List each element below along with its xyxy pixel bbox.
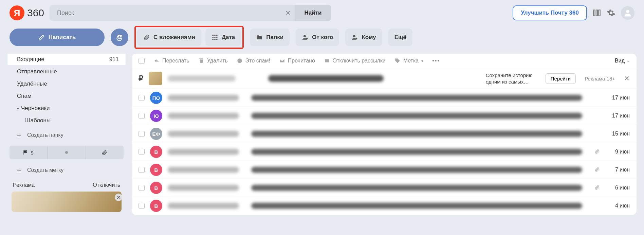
filter-date[interactable]: Дата [205,29,241,46]
folder-deleted[interactable]: Удалённые [7,78,126,90]
svg-rect-4 [212,35,213,36]
mail-actions: Переслать Удалить Это спам! Прочитано От… [132,54,637,68]
filter-attachments[interactable]: С вложениями [137,29,201,46]
view-label: Вид [615,58,625,64]
promo-text: Сохраните историю одним из самых… [486,72,540,85]
message-row[interactable]: Ю 17 июн [132,107,637,125]
sidebar-ad-image[interactable]: ✕ [12,192,122,212]
tab-flag[interactable]: 9 [10,146,47,159]
subject-blurred [251,167,582,173]
grid-icon [211,34,218,41]
action-delete-label: Удалить [207,58,228,64]
action-delete[interactable]: Удалить [198,58,228,64]
sender-blurred [168,113,239,119]
gear-icon[interactable] [607,8,615,17]
message-checkbox[interactable] [139,131,145,137]
message-row[interactable]: ЕФ 15 июн [132,125,637,143]
action-label-text: Метка [403,58,419,64]
ruble-icon: ₽ [139,74,143,83]
message-date: 7 июн [606,167,630,173]
message-checkbox[interactable] [139,95,145,101]
svg-rect-6 [216,35,217,36]
select-all-checkbox[interactable] [139,58,145,64]
paperclip-icon [143,34,150,41]
sidebar-tabs: 9 [10,146,124,159]
message-checkbox[interactable] [139,167,145,173]
action-unsubscribe[interactable]: Отключить рассылки [324,58,386,64]
create-folder[interactable]: ＋ Создать папку [7,127,126,143]
avatar[interactable] [621,6,634,20]
svg-rect-7 [212,37,213,38]
message-date: 9 июн [606,149,630,155]
promo-goto-button[interactable]: Перейти [546,73,576,84]
refresh-icon [116,34,123,41]
compose-icon [38,34,45,41]
folder-icon [256,34,263,41]
search-button[interactable]: Найти [295,5,331,21]
paperclip-icon [102,149,108,156]
search-input[interactable] [50,5,281,21]
refresh-button[interactable] [111,29,128,46]
message-row[interactable]: В 9 июн [132,143,637,161]
action-more[interactable]: ••• [432,58,440,64]
message-date: 6 июн [606,185,630,191]
filter-from[interactable]: От кого [296,29,339,46]
upgrade-button[interactable]: Улучшить Почту 360 [513,5,587,20]
clear-icon[interactable]: ✕ [281,9,295,17]
folder-sent[interactable]: Отправленные [7,66,126,77]
action-spam[interactable]: Это спам! [237,58,270,64]
sidebar-ad-header: Реклама Отключить [7,179,126,191]
chevron-down-icon: ▾ [17,107,19,111]
folder-spam[interactable]: Спам [7,90,126,102]
ad-disable[interactable]: Отключить [93,182,120,188]
filter-to-label: Кому [362,34,376,41]
sender-avatar: ЕФ [150,128,162,140]
subject-blurred [251,113,582,119]
folder-inbox[interactable]: Входящие 911 [7,54,126,65]
message-date: 4 июн [606,203,630,209]
forward-icon [153,58,160,64]
tab-attachment[interactable] [86,146,124,159]
compose-button[interactable]: Написать [10,29,105,46]
folder-drafts[interactable]: ▾Черновики [7,103,126,114]
sender-avatar: Ю [150,110,162,122]
view-toggle[interactable]: Вид ⌄ [615,58,630,64]
sender-avatar: В [150,164,162,176]
filter-folders[interactable]: Папки [250,29,290,46]
message-row[interactable]: В 4 июн [132,197,637,215]
tab-unread[interactable] [47,146,86,159]
promo-sender-blurred [168,75,236,82]
filter-folders-label: Папки [266,34,283,41]
more-icon: ••• [432,58,440,64]
close-icon[interactable]: ✕ [115,194,122,201]
logo[interactable]: Я 360 [10,5,44,20]
promo-thumb [149,72,162,85]
create-label[interactable]: ＋ Создать метку [7,162,126,178]
message-checkbox[interactable] [139,203,145,209]
filter-more-label: Ещё [394,34,406,41]
message-checkbox[interactable] [139,149,145,155]
message-checkbox[interactable] [139,113,145,119]
folder-templates[interactable]: Шаблоны [7,115,126,126]
message-checkbox[interactable] [139,185,145,191]
filter-more[interactable]: Ещё [388,29,412,46]
svg-point-15 [353,35,355,37]
promo-subject-blurred [268,75,384,82]
message-row[interactable]: В 7 июн [132,161,637,179]
tag-icon [394,58,401,64]
message-row[interactable]: В 6 июн [132,179,637,197]
plus-icon: ＋ [16,165,22,175]
sender-blurred [168,185,239,191]
message-row[interactable]: ПО 17 июн [132,89,637,107]
action-forward[interactable]: Переслать [153,58,189,64]
compose-label: Написать [49,34,76,41]
action-read-label: Прочитано [288,58,315,64]
action-label[interactable]: Метка ▾ [394,58,423,64]
action-read[interactable]: Прочитано [279,58,315,64]
mail-list: Переслать Удалить Это спам! Прочитано От… [132,54,637,215]
filter-to[interactable]: Кому [345,29,382,46]
columns-icon[interactable] [592,8,601,17]
close-icon[interactable]: ✕ [624,74,630,83]
svg-point-16 [356,38,357,39]
paperclip-icon [594,185,601,191]
